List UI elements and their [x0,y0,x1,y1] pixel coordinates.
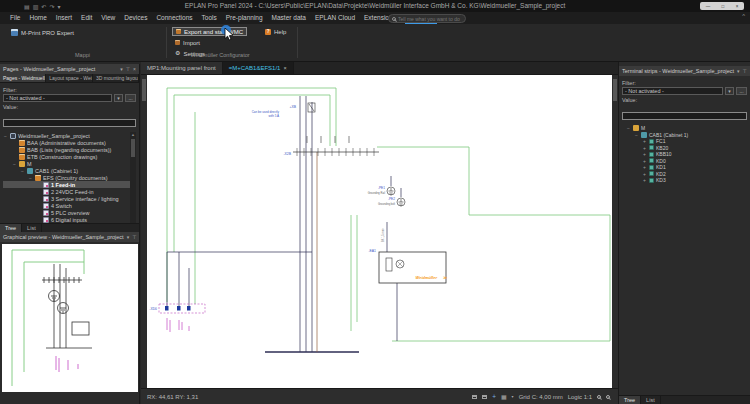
tree-item-project[interactable]: −Weidmueller_Sample_project [3,132,136,139]
value-input[interactable] [3,119,136,127]
expander[interactable]: + [642,145,647,151]
value-input[interactable] [622,112,747,120]
logic-scale[interactable]: Logic 1:1 [568,394,592,400]
tab-list[interactable]: List [22,224,42,232]
window-controls[interactable]: — □ × [700,2,744,10]
export-and-start-wmc-button[interactable]: Export and start WMC [172,27,247,36]
expander[interactable]: + [642,138,647,144]
tree-item-baa[interactable]: BAA (Administrative documents) [3,139,136,146]
mprint-pro-expert-button[interactable]: M-Print PRO Expert [8,28,77,37]
tree-scrollbar[interactable]: ▲ ▼ [130,132,136,231]
title-bar: ▤ ▥ ↶ ↷ ▾ EPLAN Pro Panel 2024 - C:\User… [0,0,750,12]
workspace-icon[interactable] [472,395,477,399]
close-icon[interactable]: × [736,4,739,9]
tab-pre-planning[interactable]: Pre-planning [226,12,263,24]
pin-icon[interactable]: ⊤ [743,68,747,74]
tree-item-etb[interactable]: ETB (Construction drawings) [3,153,136,160]
page-icon [43,189,49,195]
tree-item-page-6[interactable]: 6 Digital inputs [3,216,136,223]
tab-view[interactable]: View [101,12,115,24]
pin-icon[interactable]: ⊤ [132,234,136,240]
tree-item-bab[interactable]: BAB (Lists (regarding documents)) [3,146,136,153]
import-button[interactable]: Import [172,38,203,47]
expander[interactable]: + [642,151,647,157]
tab-file[interactable]: File [10,12,20,24]
close-icon[interactable]: × [133,66,136,72]
tab-list[interactable]: List [641,396,661,404]
panel-menu-icon[interactable]: ▾ [127,234,130,240]
tree-item-page-4[interactable]: 4 Switch [3,202,136,209]
zoom-in-icon[interactable] [606,395,610,399]
tab-connections[interactable]: Connections [156,12,192,24]
filter-more-button[interactable]: ... [736,87,747,95]
tab-schematic-page[interactable]: =M+CAB1&EFS1/1 × [223,62,294,74]
expander[interactable]: − [626,125,631,131]
tree-item-kd3[interactable]: +KD3 [622,177,747,184]
expander[interactable]: − [12,161,17,167]
tab-master-data[interactable]: Master data [272,12,306,24]
scrollbar-thumb[interactable] [131,139,135,157]
filter-more-button[interactable]: ... [125,94,136,102]
terminal-panel-header[interactable]: Terminal strips - Weidmueller_Sample_pro… [619,66,750,76]
help-button[interactable]: ? Help [262,27,289,36]
ribbon-collapse-icon[interactable]: ^ [742,13,745,19]
tab-tools[interactable]: Tools [202,12,217,24]
tab-tree[interactable]: Tree [0,224,22,232]
tree-item-efs[interactable]: −EFS (Circuitry documents) [3,174,136,181]
scrollbar-thumb[interactable] [142,79,146,101]
tab-eplan-cloud[interactable]: EPLAN Cloud [315,12,355,24]
window-layout-icon[interactable] [482,395,487,399]
tab-edit[interactable]: Edit [81,12,92,24]
expander[interactable]: + [642,164,647,170]
minimize-icon[interactable]: — [706,4,711,9]
expander[interactable]: − [20,168,25,174]
chevron-down-icon[interactable]: ▾ [725,87,734,95]
tab-3d-mounting[interactable]: 3D mounting layou... [93,74,139,82]
preview-canvas[interactable] [2,244,138,392]
filter-select[interactable]: - Not activated - [622,87,723,95]
maximize-icon[interactable]: □ [722,4,725,9]
panel-menu-icon[interactable]: ▾ [737,68,740,74]
tree-item-page-2[interactable]: 2 24VDC Feed-in [3,188,136,195]
pages-panel-header[interactable]: Pages - Weidmueller_Sample_project ▾ ⊤ × [0,64,139,74]
chevron-down-icon[interactable]: ▾ [114,94,123,102]
ribbon-tab-bar: File Home Insert Edit View Devices Conne… [0,12,750,24]
tree-item-label: ETB (Construction drawings) [27,154,97,160]
expander[interactable]: + [642,171,647,177]
search-input[interactable] [398,16,462,22]
add-icon[interactable]: + [492,393,496,400]
tell-me-search[interactable] [388,14,466,23]
tab-pages[interactable]: Pages - Weidmuell... [0,74,46,82]
expander[interactable]: − [634,132,639,138]
scrollbar-thumb[interactable] [613,79,617,101]
tree-item-m[interactable]: −M [3,160,136,167]
pin-icon[interactable]: ⊤ [126,66,130,72]
panel-menu-icon[interactable]: ▾ [120,66,123,72]
tab-tree[interactable]: Tree [619,396,641,404]
tab-layout-space[interactable]: Layout space - Wei... [46,74,93,82]
filter-select[interactable]: - Not activated - [3,94,112,102]
grid-caret-icon[interactable]: ▾ [512,394,514,399]
tab-devices[interactable]: Devices [124,12,147,24]
tab-insert[interactable]: Insert [56,12,72,24]
schematic-drawing[interactable]: Can be used directly with 5 A +XB -X2B -… [147,75,611,388]
cable-marks [167,318,189,332]
tree-item-page-3[interactable]: 3 Service interface / lighting [3,195,136,202]
expander[interactable]: + [642,177,647,183]
grid-size[interactable]: Grid C: 4,00 mm [519,394,563,400]
expander[interactable]: − [3,133,8,139]
expander[interactable]: + [642,158,647,164]
tree-item-page-5[interactable]: 5 PLC overview [3,209,136,216]
tree-item-page-1[interactable]: 1 Feed-in [3,181,136,188]
tab-home[interactable]: Home [29,12,46,24]
expander[interactable]: − [28,175,33,181]
close-tab-icon[interactable]: × [283,65,286,71]
scroll-up-icon[interactable]: ▲ [130,132,136,138]
tab-mounting-panel[interactable]: MP1:Mounting panel front [141,62,223,74]
tree-item-label: 2 24VDC Feed-in [51,189,94,195]
tree-item-cab1[interactable]: −CAB1 (Cabinet 1) [3,167,136,174]
schematic-canvas[interactable]: Can be used directly with 5 A +XB -X2B -… [141,75,618,388]
grid-icon[interactable]: ▦ [501,393,507,400]
preview-panel-header[interactable]: Graphical preview - Weidmueller_Sample_p… [0,232,139,242]
zoom-out-icon[interactable] [597,395,601,399]
